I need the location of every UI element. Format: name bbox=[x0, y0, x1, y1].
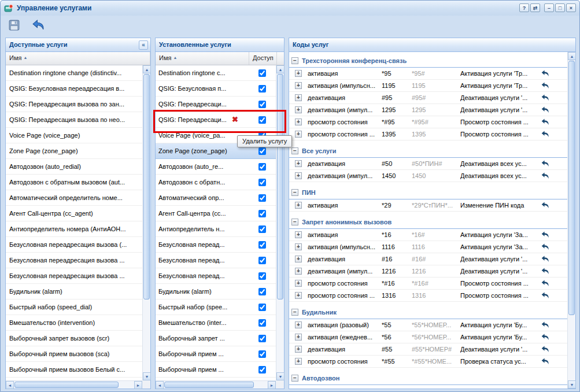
available-service-row[interactable]: Автоматический определитель номе... bbox=[6, 190, 142, 206]
code-row[interactable]: +просмотр состояния ...13951395Просмотр … bbox=[289, 128, 567, 140]
scrollbar-thumb[interactable] bbox=[277, 74, 283, 299]
available-service-row[interactable]: Voice Page (voice_page) bbox=[6, 128, 142, 143]
available-service-row[interactable]: Агент Call-центра (cc_agent) bbox=[6, 206, 142, 221]
available-service-row[interactable]: Zone Page (zone_page) bbox=[6, 143, 142, 159]
collapse-panel-icon[interactable]: « bbox=[139, 40, 148, 50]
code-group-header[interactable]: −Автодозвон bbox=[289, 371, 567, 385]
access-checkbox[interactable] bbox=[258, 116, 266, 124]
installed-service-row[interactable]: Выборочный прием ... bbox=[156, 346, 276, 362]
installed-service-row[interactable]: Безусловная переад... bbox=[156, 268, 276, 284]
available-service-row[interactable]: Выборочный прием вызовов (sca) bbox=[6, 346, 142, 362]
scrollbar-thumb[interactable] bbox=[143, 74, 150, 299]
group-collapse-icon[interactable]: − bbox=[291, 219, 298, 225]
access-checkbox[interactable] bbox=[258, 366, 266, 373]
available-service-row[interactable]: Выборочный прием вызовов Белый с... bbox=[6, 362, 142, 378]
code-row[interactable]: +деактивация (импул...12951295Деактиваци… bbox=[289, 104, 567, 116]
scroll-up-icon[interactable]: ▲ bbox=[568, 52, 576, 60]
available-service-row[interactable]: Безусловная переадресация вызова ... bbox=[6, 268, 142, 284]
access-checkbox[interactable] bbox=[258, 101, 266, 108]
access-checkbox[interactable] bbox=[258, 288, 266, 295]
scroll-down-icon[interactable]: ▼ bbox=[276, 372, 285, 380]
scroll-left-icon[interactable]: ◄ bbox=[156, 381, 164, 389]
row-expand-icon[interactable]: + bbox=[295, 346, 302, 353]
scroll-down-icon[interactable]: ▼ bbox=[568, 380, 576, 389]
undo-button[interactable] bbox=[535, 243, 555, 251]
row-expand-icon[interactable]: + bbox=[295, 106, 302, 113]
close-button[interactable]: × bbox=[566, 3, 576, 12]
row-expand-icon[interactable]: + bbox=[295, 292, 302, 299]
codes-vertical-scrollbar[interactable]: ▲ ▼ bbox=[567, 52, 575, 389]
access-checkbox[interactable] bbox=[258, 225, 266, 233]
access-checkbox[interactable] bbox=[258, 241, 266, 249]
undo-button[interactable] bbox=[535, 130, 555, 138]
group-collapse-icon[interactable]: − bbox=[291, 189, 298, 196]
row-expand-icon[interactable]: + bbox=[295, 268, 302, 275]
available-service-row[interactable]: Безусловная переадресация вызова ... bbox=[6, 253, 142, 268]
save-button[interactable] bbox=[6, 18, 21, 33]
row-expand-icon[interactable]: + bbox=[295, 243, 302, 250]
undo-button[interactable] bbox=[535, 345, 555, 353]
group-collapse-icon[interactable]: − bbox=[291, 309, 298, 316]
available-service-row[interactable]: Автодозвон с обратным вызовом (aut... bbox=[6, 175, 142, 190]
access-checkbox[interactable] bbox=[258, 335, 266, 342]
access-checkbox[interactable] bbox=[258, 179, 266, 186]
row-expand-icon[interactable]: + bbox=[295, 334, 302, 341]
available-service-row[interactable]: Автодозвон (auto_redial) bbox=[6, 159, 142, 175]
code-row[interactable]: +просмотр состояния*#55*#55*НОМЕ...Прове… bbox=[289, 356, 567, 368]
available-service-row[interactable]: Антиопределитель номера (АнтиАОН... bbox=[6, 221, 142, 237]
installed-vertical-scrollbar[interactable]: ▲ ▼ bbox=[276, 65, 284, 380]
code-group-header[interactable]: −ПИН bbox=[289, 186, 567, 199]
installed-service-row[interactable]: QSIG: Безусловная п... bbox=[156, 81, 276, 97]
access-checkbox[interactable] bbox=[258, 194, 266, 202]
access-checkbox[interactable] bbox=[258, 319, 266, 327]
available-service-row[interactable]: QSIG: Переадресация вызова по нео... bbox=[6, 112, 142, 128]
row-expand-icon[interactable]: + bbox=[295, 231, 302, 238]
code-row[interactable]: +просмотр состояния*#16*#16#Просмотр сос… bbox=[289, 278, 567, 290]
undo-button[interactable] bbox=[535, 333, 555, 341]
undo-button[interactable] bbox=[31, 18, 46, 33]
row-expand-icon[interactable]: + bbox=[295, 256, 302, 262]
undo-button[interactable] bbox=[535, 279, 555, 287]
maximize-button[interactable]: □ bbox=[555, 3, 565, 12]
code-group-header[interactable]: −Все услуги bbox=[289, 144, 567, 158]
installed-service-row[interactable]: Безусловная переад... bbox=[156, 253, 276, 268]
undo-button[interactable] bbox=[535, 106, 555, 114]
undo-button[interactable] bbox=[535, 267, 555, 275]
installed-service-row[interactable]: Быстрый набор (spee... bbox=[156, 299, 276, 315]
access-checkbox[interactable] bbox=[258, 304, 266, 311]
row-expand-icon[interactable]: + bbox=[295, 358, 302, 365]
undo-button[interactable] bbox=[535, 357, 555, 365]
available-vertical-scrollbar[interactable]: ▲ ▼ bbox=[142, 65, 150, 380]
code-row[interactable]: +деактивация#50#50*ПИН#Деактивация всех … bbox=[289, 158, 567, 170]
group-collapse-icon[interactable]: − bbox=[291, 147, 298, 154]
undo-button[interactable] bbox=[535, 291, 555, 299]
code-row[interactable]: +деактивация#95#95#Деактивация услуги '.… bbox=[289, 92, 567, 104]
access-checkbox[interactable] bbox=[258, 69, 266, 77]
access-checkbox[interactable] bbox=[258, 147, 266, 155]
code-row[interactable]: +просмотр состояния ...13161316Просмотр … bbox=[289, 290, 567, 302]
undo-button[interactable] bbox=[535, 255, 555, 263]
code-group-header[interactable]: −Трехсторонняя конференц-связь bbox=[289, 54, 567, 68]
installed-service-row[interactable]: Автодозвон с обратн... bbox=[156, 175, 276, 190]
row-expand-icon[interactable]: + bbox=[295, 119, 302, 125]
row-expand-icon[interactable]: + bbox=[295, 160, 302, 167]
code-row[interactable]: +активация*16*16#Активация услуги 'За... bbox=[289, 229, 567, 241]
installed-service-row[interactable]: Безусловная переад... bbox=[156, 237, 276, 253]
code-row[interactable]: +активация*95*95#Активация услуги 'Тр... bbox=[289, 68, 567, 80]
scroll-up-icon[interactable]: ▲ bbox=[143, 65, 151, 73]
group-collapse-icon[interactable]: − bbox=[291, 57, 298, 64]
code-row[interactable]: +активация (ежеднев...*56*56*НОМЕР...Акт… bbox=[289, 331, 567, 343]
undo-button[interactable] bbox=[535, 321, 555, 329]
undo-button[interactable] bbox=[535, 231, 555, 239]
access-checkbox[interactable] bbox=[258, 85, 266, 93]
code-group-header[interactable]: −Запрет анонимных вызовов bbox=[289, 215, 567, 229]
installed-service-row[interactable]: Вмешательство (inter... bbox=[156, 315, 276, 331]
code-row[interactable]: +деактивация#16#16#Деактивация услуги '.… bbox=[289, 253, 567, 265]
column-access[interactable]: Доступ bbox=[249, 52, 277, 65]
row-expand-icon[interactable]: + bbox=[295, 82, 302, 89]
column-name[interactable]: Имя▲ bbox=[156, 52, 249, 65]
row-expand-icon[interactable]: + bbox=[295, 321, 302, 328]
undo-button[interactable] bbox=[535, 118, 555, 126]
group-collapse-icon[interactable]: − bbox=[291, 375, 298, 382]
refresh-button[interactable]: ⇄ bbox=[530, 3, 540, 12]
